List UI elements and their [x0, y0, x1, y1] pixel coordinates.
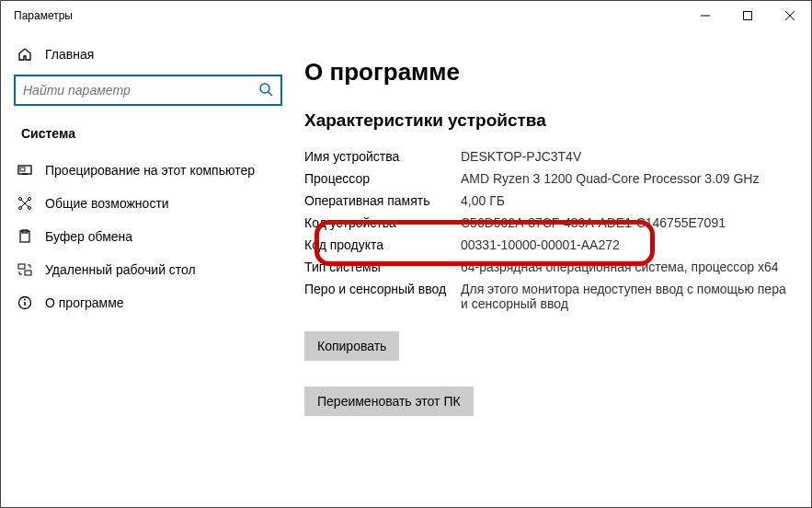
- spec-label: Код продукта: [304, 237, 461, 252]
- sidebar-item-remote[interactable]: Удаленный рабочий стол: [10, 253, 286, 286]
- search-icon: [258, 82, 273, 99]
- spec-value: 00331-10000-00001-AA272: [461, 237, 793, 252]
- titlebar: Параметры: [1, 1, 811, 30]
- search-field[interactable]: [23, 83, 258, 98]
- copy-button[interactable]: Копировать: [304, 331, 399, 361]
- projecting-icon: [17, 163, 32, 178]
- spec-value: DESKTOP-PJC3T4V: [461, 149, 793, 164]
- spec-value: 64-разрядная операционная система, проце…: [461, 260, 793, 274]
- page-title: О программе: [304, 58, 793, 87]
- svg-rect-1: [744, 12, 752, 20]
- shared-icon: [17, 196, 32, 211]
- sidebar: Главная Система Проецирование на этот ко…: [1, 30, 295, 507]
- svg-rect-18: [25, 271, 31, 275]
- sidebar-item-label: Общие возможности: [45, 196, 169, 211]
- spec-row: Оперативная память4,00 ГБ: [304, 190, 793, 212]
- minimize-button[interactable]: [684, 1, 726, 30]
- sidebar-item-clipboard[interactable]: Буфер обмена: [10, 220, 286, 253]
- svg-line-5: [269, 92, 272, 96]
- home-label: Главная: [45, 47, 94, 62]
- sidebar-item-shared[interactable]: Общие возможности: [10, 187, 286, 220]
- sidebar-section-title: Система: [10, 122, 286, 154]
- sidebar-item-about[interactable]: О программе: [10, 286, 286, 319]
- spec-value: C56D502A-87CF-439A-ADE1-C146755E7091: [461, 215, 793, 230]
- home-link[interactable]: Главная: [10, 41, 286, 71]
- spec-row: Код устройстваC56D502A-87CF-439A-ADE1-C1…: [304, 212, 793, 234]
- device-spec-heading: Характеристики устройства: [304, 110, 793, 131]
- svg-point-21: [24, 299, 26, 301]
- info-icon: [17, 295, 32, 310]
- spec-label: Процессор: [304, 171, 461, 186]
- spec-row: Имя устройстваDESKTOP-PJC3T4V: [304, 145, 793, 167]
- spec-label: Тип системы: [304, 260, 461, 274]
- sidebar-item-label: Проецирование на этот компьютер: [45, 163, 255, 178]
- svg-point-4: [260, 84, 269, 93]
- maximize-button[interactable]: [726, 1, 769, 30]
- spec-row: Тип системы64-разрядная операционная сис…: [304, 256, 793, 278]
- spec-label: Перо и сенсорный ввод: [304, 282, 461, 311]
- sidebar-item-label: Удаленный рабочий стол: [45, 262, 196, 277]
- window-title: Параметры: [14, 9, 73, 22]
- search-input[interactable]: [14, 75, 282, 106]
- spec-value: 4,00 ГБ: [461, 193, 793, 208]
- spec-value: Для этого монитора недоступен ввод с пом…: [461, 282, 793, 311]
- svg-rect-7: [20, 167, 25, 171]
- spec-label: Оперативная память: [304, 193, 461, 208]
- spec-row: Код продукта00331-10000-00001-AA272: [304, 234, 793, 256]
- content: О программе Характеристики устройства Им…: [295, 30, 811, 507]
- home-icon: [17, 47, 32, 62]
- svg-rect-17: [18, 264, 25, 269]
- spec-label: Код устройства: [304, 215, 461, 230]
- spec-label: Имя устройства: [304, 149, 461, 164]
- clipboard-icon: [17, 229, 32, 244]
- spec-value: AMD Ryzen 3 1200 Quad-Core Processor 3.0…: [461, 171, 793, 186]
- sidebar-item-label: О программе: [45, 295, 124, 310]
- rename-pc-button[interactable]: Переименовать этот ПК: [304, 387, 474, 416]
- spec-table: Имя устройстваDESKTOP-PJC3T4VПроцессорAM…: [304, 145, 793, 315]
- sidebar-item-label: Буфер обмена: [45, 229, 132, 244]
- close-button[interactable]: [769, 1, 811, 30]
- spec-row: ПроцессорAMD Ryzen 3 1200 Quad-Core Proc…: [304, 167, 793, 190]
- sidebar-item-projecting[interactable]: Проецирование на этот компьютер: [10, 154, 286, 187]
- spec-row: Перо и сенсорный вводДля этого монитора …: [304, 278, 793, 315]
- remote-icon: [17, 262, 32, 277]
